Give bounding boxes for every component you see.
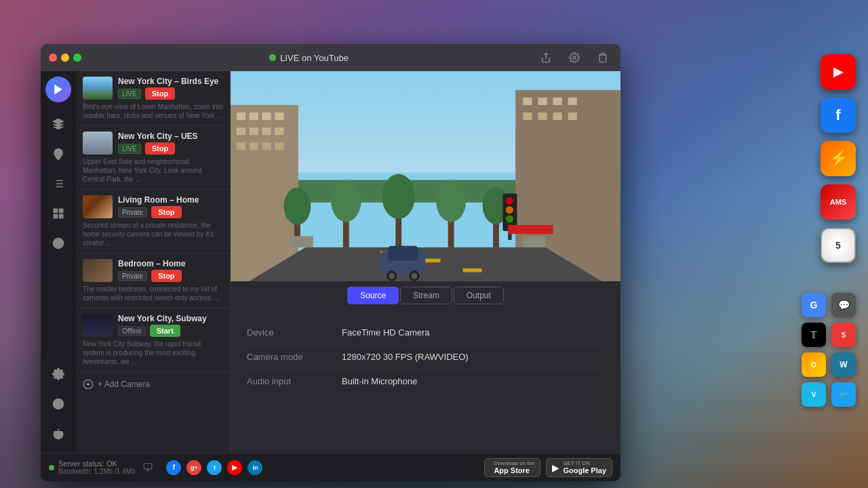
svg-rect-49 — [568, 113, 577, 120]
camera-description: Bird's-eye view of Lower Manhattan, zoom… — [83, 102, 223, 120]
social-linkedin-icon[interactable]: in — [248, 460, 262, 475]
list-item[interactable]: New York City – Birds Eye LIVE Stop Bird… — [76, 71, 230, 126]
svg-rect-13 — [60, 215, 63, 218]
add-camera-button[interactable]: + Add Camera — [76, 372, 230, 396]
bottom-bar: Server status: OK Bandwidth: 1.2Mb /1.4M… — [41, 453, 620, 481]
wp-small-icon[interactable]: W — [831, 352, 856, 377]
svg-point-53 — [331, 180, 361, 222]
camera-thumbnail — [83, 314, 113, 337]
svg-rect-45 — [568, 98, 577, 105]
camera-mode-label: Camera mode — [247, 352, 342, 362]
google-play-icon: ▶ — [552, 462, 559, 473]
app-store-badge[interactable]: Download on the App Store — [484, 458, 540, 477]
window-buttons — [49, 54, 81, 62]
sidebar-icons — [41, 71, 76, 453]
social-google-icon[interactable]: g+ — [186, 460, 201, 475]
google-play-badge[interactable]: ▶ GET IT ON Google Play — [546, 458, 612, 477]
svg-point-51 — [284, 188, 311, 225]
minimize-button[interactable] — [61, 54, 69, 62]
camera-info: New York City – Birds Eye LIVE Stop — [118, 77, 223, 100]
stop-button[interactable]: Stop — [145, 87, 175, 100]
social-twitter-icon[interactable]: t — [207, 460, 222, 475]
social-facebook-icon[interactable]: f — [166, 460, 181, 475]
video-preview — [231, 71, 620, 281]
svg-rect-63 — [463, 268, 482, 272]
camera-description: Upper East Side and neighborhood, Manhat… — [83, 157, 223, 184]
camera-name: Bedroom – Home — [118, 259, 223, 268]
orange-small-icon[interactable]: O — [802, 352, 826, 377]
sidebar-item-layers[interactable] — [45, 110, 72, 138]
camera-thumbnail — [83, 131, 113, 155]
tab-source[interactable]: Source — [347, 287, 399, 304]
svg-rect-78 — [144, 463, 153, 468]
t-small-icon[interactable]: 𝕋 — [802, 323, 826, 347]
sidebar-item-play[interactable] — [45, 230, 72, 257]
sidebar-item-power[interactable] — [45, 420, 72, 447]
close-button[interactable] — [49, 54, 57, 62]
server-status: Server status: OK Bandwidth: 1.2Mb /1.4M… — [49, 460, 153, 475]
camera-description: The master bedroom, connected to my list… — [83, 285, 223, 302]
settings-icon[interactable] — [565, 48, 584, 67]
svg-marker-1 — [54, 85, 62, 95]
s5-dock-icon[interactable]: 5 — [821, 228, 856, 263]
app-window: LIVE on YouTube — [41, 44, 620, 481]
svg-rect-34 — [250, 127, 258, 135]
maximize-button[interactable] — [73, 54, 81, 62]
svg-rect-47 — [538, 113, 547, 120]
google-small-icon[interactable]: G — [802, 293, 826, 317]
chat-small-icon[interactable]: 💬 — [831, 293, 856, 317]
sidebar-item-plus[interactable] — [45, 390, 72, 418]
list-item[interactable]: Bedroom – Home Private Stop The master b… — [76, 253, 230, 308]
list-item[interactable]: New York City – UES LIVE Stop Upper East… — [76, 126, 230, 190]
sidebar-item-location[interactable] — [45, 140, 72, 167]
svg-rect-46 — [523, 113, 532, 120]
app-logo[interactable] — [45, 77, 71, 102]
sidebar-item-list[interactable] — [45, 170, 72, 197]
facebook-dock-icon[interactable]: f — [821, 98, 856, 133]
svg-rect-38 — [250, 142, 258, 150]
list-item[interactable]: New York City, Subway Offline Start New … — [76, 308, 230, 372]
camera-item-header: New York City – Birds Eye LIVE Stop — [83, 77, 223, 100]
twitter-small-icon[interactable]: 🐦 — [831, 382, 856, 407]
server-status-text: Server status: OK — [58, 460, 135, 468]
live-indicator: LIVE on YouTube — [269, 53, 349, 63]
stop-button[interactable]: Stop — [151, 270, 181, 282]
list-item[interactable]: Living Room – Home Private Stop Secured … — [76, 190, 230, 253]
vimeo-small-icon[interactable]: V — [802, 382, 826, 407]
small-dock-grid: G 💬 𝕋 S O W V 🐦 — [802, 293, 856, 407]
device-label: Device — [247, 327, 342, 338]
youtube-dock-icon[interactable]: ▶ — [821, 54, 856, 89]
sidebar-item-grid[interactable] — [45, 200, 72, 227]
status-badge: Private — [118, 271, 147, 281]
social-youtube-icon[interactable]: ▶ — [227, 460, 242, 475]
trash-icon[interactable] — [593, 48, 612, 67]
svg-rect-33 — [237, 127, 245, 135]
sidebar-item-settings[interactable] — [45, 361, 72, 388]
svg-point-57 — [436, 180, 466, 222]
detail-row-device: Device FaceTime HD Camera — [247, 321, 604, 345]
svg-rect-29 — [237, 113, 245, 120]
stop-button[interactable]: Stop — [145, 142, 175, 155]
start-button[interactable]: Start — [150, 325, 180, 337]
camera-list: New York City – Birds Eye LIVE Stop Bird… — [76, 71, 231, 453]
tab-bar: Source Stream Output — [231, 281, 620, 310]
bandwidth-icon[interactable] — [143, 462, 153, 473]
stop-button[interactable]: Stop — [151, 206, 181, 218]
title-bar-right — [536, 48, 612, 67]
svg-point-67 — [389, 273, 395, 279]
svg-rect-76 — [523, 236, 545, 247]
svg-point-74 — [506, 216, 513, 223]
svg-point-55 — [382, 174, 415, 219]
camera-name: New York City – Birds Eye — [118, 77, 223, 86]
red-small-icon[interactable]: S — [831, 323, 856, 347]
share-icon[interactable] — [536, 48, 555, 67]
ams-dock-icon[interactable]: AMS — [821, 184, 856, 220]
tab-output[interactable]: Output — [454, 287, 504, 304]
tab-stream[interactable]: Stream — [400, 287, 452, 304]
camera-thumbnail — [83, 195, 113, 218]
status-badge: Offline — [118, 326, 146, 336]
camera-thumbnail — [83, 77, 113, 100]
bolt-dock-icon[interactable]: ⚡ — [821, 141, 856, 176]
audio-input-label: Audio input — [247, 376, 342, 386]
svg-rect-40 — [275, 142, 283, 150]
